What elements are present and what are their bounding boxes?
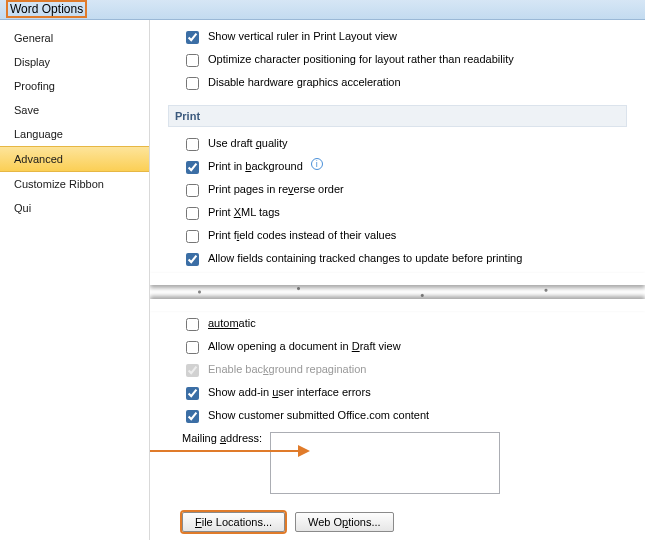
check-addin-ui-errors[interactable]: Show add-in user interface errors	[168, 382, 627, 405]
check-partial-automatic[interactable]: automatic	[168, 313, 627, 336]
checkbox[interactable]	[186, 410, 199, 423]
torn-edge	[150, 275, 645, 309]
checkbox[interactable]	[186, 387, 199, 400]
check-label: Print in background	[208, 158, 303, 174]
checkbox[interactable]	[186, 31, 199, 44]
sidebar-item-quickaccess[interactable]: Qui	[0, 196, 149, 220]
check-background-repagination: Enable background repagination	[168, 359, 627, 382]
check-label: Show vertical ruler in Print Layout view	[208, 28, 397, 44]
check-optimize-positioning[interactable]: Optimize character positioning for layou…	[168, 49, 627, 72]
checkbox[interactable]	[186, 318, 199, 331]
check-field-codes[interactable]: Print field codes instead of their value…	[168, 225, 627, 248]
check-xml-tags[interactable]: Print XML tags	[168, 202, 627, 225]
check-print-background[interactable]: Print in background i	[168, 156, 627, 179]
check-label: automatic	[208, 315, 256, 331]
check-label: Optimize character positioning for layou…	[208, 51, 514, 67]
mailing-label: Mailing address:	[182, 432, 262, 494]
check-label: Allow opening a document in Draft view	[208, 338, 401, 354]
content-pane: Show vertical ruler in Print Layout view…	[150, 20, 645, 540]
check-draft-quality[interactable]: Use draft quality	[168, 133, 627, 156]
web-options-button[interactable]: Web Options...	[295, 512, 394, 532]
checkbox[interactable]	[186, 207, 199, 220]
check-label: Show customer submitted Office.com conte…	[208, 407, 429, 423]
check-open-draft-view[interactable]: Allow opening a document in Draft view	[168, 336, 627, 359]
check-label: Print XML tags	[208, 204, 280, 220]
check-label: Disable hardware graphics acceleration	[208, 74, 401, 90]
check-disable-hw-accel[interactable]: Disable hardware graphics acceleration	[168, 72, 627, 95]
checkbox[interactable]	[186, 161, 199, 174]
check-tracked-changes-update[interactable]: Allow fields containing tracked changes …	[168, 248, 627, 271]
sidebar-item-customize-ribbon[interactable]: Customize Ribbon	[0, 172, 149, 196]
group-header-print: Print	[168, 105, 627, 127]
checkbox[interactable]	[186, 253, 199, 266]
titlebar: Word Options	[0, 0, 645, 20]
sidebar-item-language[interactable]: Language	[0, 122, 149, 146]
file-locations-button[interactable]: File Locations...	[182, 512, 285, 532]
checkbox[interactable]	[186, 138, 199, 151]
check-label: Show add-in user interface errors	[208, 384, 371, 400]
checkbox[interactable]	[186, 54, 199, 67]
window-title: Word Options	[6, 0, 87, 18]
checkbox[interactable]	[186, 77, 199, 90]
sidebar-item-save[interactable]: Save	[0, 98, 149, 122]
sidebar-item-general[interactable]: General	[0, 26, 149, 50]
checkbox	[186, 364, 199, 377]
mailing-address-row: Mailing address:	[168, 428, 627, 498]
checkbox[interactable]	[186, 184, 199, 197]
callout-arrow	[150, 450, 308, 452]
sidebar-item-proofing[interactable]: Proofing	[0, 74, 149, 98]
check-label: Print pages in reverse order	[208, 181, 344, 197]
check-label: Allow fields containing tracked changes …	[208, 250, 522, 266]
check-label: Print field codes instead of their value…	[208, 227, 396, 243]
checkbox[interactable]	[186, 230, 199, 243]
check-reverse-order[interactable]: Print pages in reverse order	[168, 179, 627, 202]
check-label: Use draft quality	[208, 135, 288, 151]
sidebar: General Display Proofing Save Language A…	[0, 20, 150, 540]
checkbox[interactable]	[186, 341, 199, 354]
info-icon[interactable]: i	[311, 158, 323, 170]
check-office-com-content[interactable]: Show customer submitted Office.com conte…	[168, 405, 627, 428]
check-label: Enable background repagination	[208, 361, 366, 377]
check-vertical-ruler[interactable]: Show vertical ruler in Print Layout view	[168, 26, 627, 49]
sidebar-item-display[interactable]: Display	[0, 50, 149, 74]
mailing-address-input[interactable]	[270, 432, 500, 494]
sidebar-item-advanced[interactable]: Advanced	[0, 146, 149, 172]
